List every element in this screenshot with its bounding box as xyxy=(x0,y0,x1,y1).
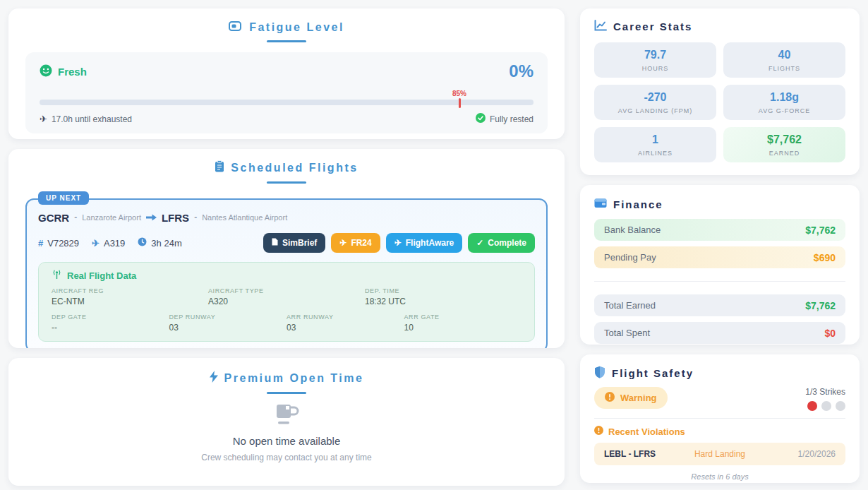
field-dep-gate: DEP GATE -- xyxy=(52,313,169,333)
warning-badge: Warning xyxy=(594,387,668,409)
finance-row-pending-pay: Pending Pay $690 xyxy=(594,246,845,268)
strikes-reset-note: Resets in 6 days xyxy=(594,472,845,481)
finance-divider xyxy=(594,281,845,282)
flightaware-button[interactable]: ✈ FlightAware xyxy=(386,233,463,253)
field-aircraft-reg: AIRCRAFT REG EC-NTM xyxy=(52,287,208,306)
violation-type: Hard Landing xyxy=(681,449,758,459)
line-chart-icon xyxy=(594,20,607,33)
flight-duration: 3h 24m xyxy=(151,238,181,249)
finance-row-total-earned: Total Earned $7,762 xyxy=(594,294,845,316)
strikes-label: 1/3 Strikes xyxy=(805,387,845,397)
premium-open-time-card: Premium Open Time No open time available… xyxy=(8,358,565,486)
finance-row-bank-balance: Bank Balance $7,762 xyxy=(594,219,845,241)
fatigue-title-row: Fatigue Level xyxy=(25,21,548,34)
field-value: 03 xyxy=(287,323,404,333)
stat-avg-gforce: 1.18g AVG G-FORCE xyxy=(723,85,845,120)
fatigue-marker: 85% xyxy=(452,90,466,108)
flight-number-meta: # V72829 xyxy=(38,238,79,249)
warning-circle-icon xyxy=(594,426,603,437)
stat-value: -270 xyxy=(598,91,712,104)
plane-icon: ✈ xyxy=(92,238,100,249)
scheduled-title: Scheduled Flights xyxy=(231,162,358,174)
real-flight-title-row: Real Flight Data xyxy=(52,270,522,281)
field-label: AIRCRAFT TYPE xyxy=(208,287,365,294)
open-time-empty-title: No open time available xyxy=(25,435,548,447)
strike-dot xyxy=(836,401,845,411)
field-value: 03 xyxy=(169,323,287,333)
stat-avg-landing: -270 AVG LANDING (FPM) xyxy=(594,85,716,120)
fatigue-until-exhausted: 17.0h until exhausted xyxy=(52,114,132,124)
field-arr-gate: ARR GATE 10 xyxy=(404,313,522,333)
stat-value: 40 xyxy=(728,49,841,61)
real-flight-row2: DEP GATE -- DEP RUNWAY 03 ARR RUNWAY 03 xyxy=(52,313,522,333)
violations-title: Recent Violations xyxy=(608,426,685,437)
strike-dot xyxy=(821,401,831,411)
simbrief-button[interactable]: SimBrief xyxy=(263,233,325,253)
check-icon: ✓ xyxy=(476,238,483,248)
finance-row-label: Pending Pay xyxy=(604,252,656,263)
field-dep-time: DEP. TIME 18:32 UTC xyxy=(365,287,522,306)
title-underline xyxy=(267,181,306,184)
strikes-indicator: 1/3 Strikes xyxy=(805,387,845,411)
simbrief-label: SimBrief xyxy=(282,238,317,248)
field-aircraft-type: AIRCRAFT TYPE A320 xyxy=(208,287,365,306)
finance-rows: Bank Balance $7,762 Pending Pay $690 Tot… xyxy=(594,219,845,344)
flight-meta-row: # V72829 ✈ A319 3h 24m xyxy=(38,233,535,253)
flight-actions: SimBrief ✈ FR24 ✈ FlightAware ✓ Comple xyxy=(263,233,535,253)
stat-value: $7,762 xyxy=(728,133,841,146)
stat-value: 79.7 xyxy=(598,49,712,61)
flight-item[interactable]: UP NEXT GCRR - Lanzarote Airport LFRS - … xyxy=(25,198,548,348)
fatigue-marker-label: 85% xyxy=(452,90,466,97)
field-label: DEP. TIME xyxy=(365,287,522,294)
smile-icon xyxy=(40,64,52,79)
field-label: DEP RUNWAY xyxy=(169,313,287,321)
fr24-icon: ✈ xyxy=(339,238,346,248)
fatigue-card: Fatigue Level Fresh 0% 85% xyxy=(8,8,565,139)
complete-button[interactable]: ✓ Complete xyxy=(468,233,535,253)
fatigue-status: Fresh xyxy=(40,64,87,79)
fatigue-hours-note: ✈ 17.0h until exhausted xyxy=(40,114,132,124)
open-time-empty-subtitle: Crew scheduling may contact you at any t… xyxy=(25,453,548,462)
strike-dots xyxy=(805,401,845,411)
fatigue-percent: 0% xyxy=(509,61,534,81)
warning-label: Warning xyxy=(620,393,657,403)
field-value: 18:32 UTC xyxy=(365,297,522,306)
finance-title-row: Finance xyxy=(594,198,845,210)
check-circle-icon xyxy=(476,113,486,125)
flightaware-label: FlightAware xyxy=(406,238,454,248)
stat-label: AVG LANDING (FPM) xyxy=(598,107,712,114)
aircraft-type: A319 xyxy=(104,238,125,249)
departure-name: Lanzarote Airport xyxy=(82,213,141,222)
fatigue-rested-label: Fully rested xyxy=(490,114,534,124)
fatigue-panel: Fresh 0% 85% ✈ 17.0h until exhausted xyxy=(25,52,548,133)
strike-dot xyxy=(807,401,817,411)
field-label: ARR RUNWAY xyxy=(287,313,404,321)
up-next-badge: UP NEXT xyxy=(38,191,89,205)
left-column: Fatigue Level Fresh 0% 85% xyxy=(8,8,565,486)
safety-divider xyxy=(594,418,845,419)
title-underline xyxy=(267,392,306,394)
stat-earned: $7,762 EARNED xyxy=(723,127,845,162)
fatigue-bar-zone: 85% xyxy=(40,91,534,107)
arrival-name: Nantes Atlantique Airport xyxy=(202,213,287,222)
bolt-icon xyxy=(210,371,218,386)
document-icon xyxy=(272,238,278,248)
fatigue-rested-note: Fully rested xyxy=(476,113,534,125)
field-label: DEP GATE xyxy=(52,313,169,321)
stat-label: AVG G-FORCE xyxy=(728,107,841,114)
fatigue-status-label: Fresh xyxy=(58,66,87,78)
wallet-icon xyxy=(594,198,607,210)
battery-icon xyxy=(229,21,243,34)
flightaware-icon: ✈ xyxy=(394,238,402,248)
route-separator: - xyxy=(194,213,197,222)
finance-title: Finance xyxy=(613,198,663,210)
fr24-button[interactable]: ✈ FR24 xyxy=(331,233,380,253)
career-stats-card: Career Stats 79.7 HOURS 40 FLIGHTS -270 … xyxy=(580,8,860,175)
field-value: 10 xyxy=(404,323,522,333)
arrow-right-icon xyxy=(146,211,157,224)
coffee-cup-icon xyxy=(25,402,548,431)
route-separator: - xyxy=(74,213,77,222)
field-value: EC-NTM xyxy=(52,297,208,306)
career-title: Career Stats xyxy=(613,20,692,32)
career-title-row: Career Stats xyxy=(594,20,845,33)
